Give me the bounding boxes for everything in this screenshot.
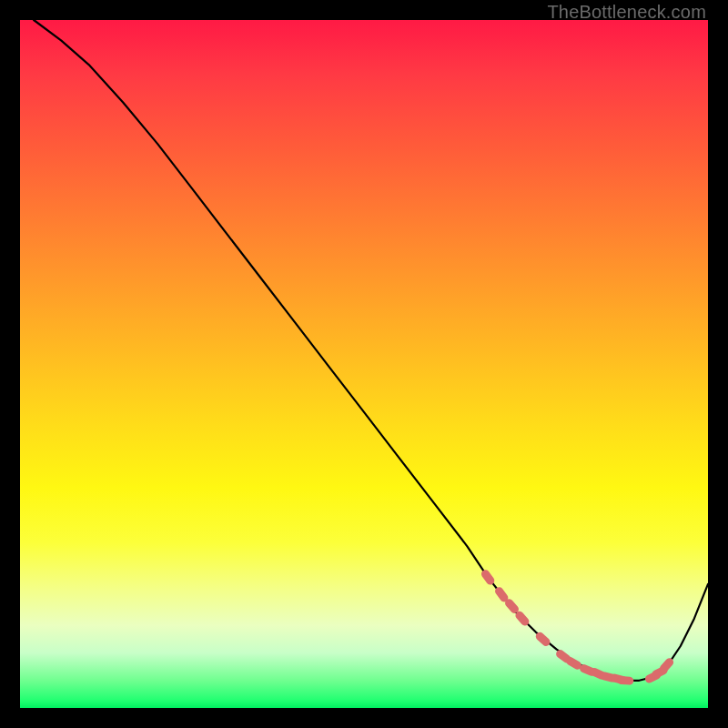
marker-group xyxy=(480,568,675,684)
curve-marker xyxy=(617,676,634,685)
bottleneck-curve xyxy=(34,20,708,681)
chart-overlay xyxy=(20,20,708,708)
chart-container: TheBottleneck.com xyxy=(0,0,728,728)
